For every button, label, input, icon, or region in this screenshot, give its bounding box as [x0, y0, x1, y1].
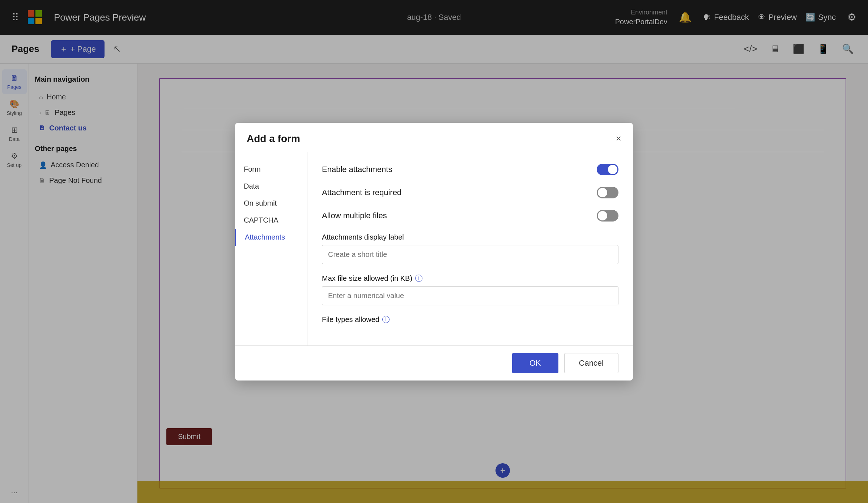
dialog-footer: OK Cancel: [235, 345, 633, 381]
dialog-nav-captcha[interactable]: CAPTCHA: [235, 212, 307, 229]
cancel-button[interactable]: Cancel: [564, 353, 618, 373]
ok-button[interactable]: OK: [512, 353, 558, 373]
dialog-title: Add a form: [247, 133, 300, 145]
modal-overlay: Add a form × Form Data On submit CAPTCHA…: [0, 0, 868, 503]
attachment-required-row: Attachment is required: [322, 187, 618, 198]
display-label-field-label: Attachments display label: [322, 233, 618, 241]
max-file-size-info-icon[interactable]: i: [415, 275, 422, 282]
max-file-size-label: Max file size allowed (in KB) i: [322, 274, 618, 283]
file-types-info-icon[interactable]: i: [382, 316, 390, 323]
toggle-knob-off1: [598, 188, 607, 197]
dialog-nav-attachments[interactable]: Attachments: [235, 229, 307, 246]
enable-attachments-row: Enable attachments: [322, 164, 618, 175]
add-form-dialog: Add a form × Form Data On submit CAPTCHA…: [235, 123, 633, 381]
enable-attachments-label: Enable attachments: [322, 165, 392, 174]
file-types-label: File types allowed i: [322, 315, 618, 324]
toggle-knob-on: [608, 165, 617, 174]
max-file-size-group: Max file size allowed (in KB) i: [322, 274, 618, 305]
dialog-close-button[interactable]: ×: [616, 133, 621, 144]
attachment-required-label: Attachment is required: [322, 188, 401, 197]
toggle-knob-off2: [598, 211, 607, 220]
allow-multiple-row: Allow multiple files: [322, 210, 618, 222]
allow-multiple-toggle[interactable]: [597, 210, 618, 222]
max-file-size-input[interactable]: [322, 286, 618, 305]
dialog-body: Form Data On submit CAPTCHA Attachments …: [235, 152, 633, 345]
dialog-nav-form[interactable]: Form: [235, 161, 307, 178]
dialog-content: Enable attachments Attachment is require…: [307, 152, 633, 345]
file-types-group: File types allowed i: [322, 315, 618, 324]
display-label-input[interactable]: [322, 245, 618, 264]
allow-multiple-label: Allow multiple files: [322, 211, 387, 220]
dialog-header: Add a form ×: [235, 123, 633, 152]
dialog-nav-on-submit[interactable]: On submit: [235, 195, 307, 212]
dialog-nav-data[interactable]: Data: [235, 178, 307, 195]
attachment-required-toggle[interactable]: [597, 187, 618, 198]
display-label-group: Attachments display label: [322, 233, 618, 264]
dialog-nav: Form Data On submit CAPTCHA Attachments: [235, 152, 307, 345]
enable-attachments-toggle[interactable]: [597, 164, 618, 175]
